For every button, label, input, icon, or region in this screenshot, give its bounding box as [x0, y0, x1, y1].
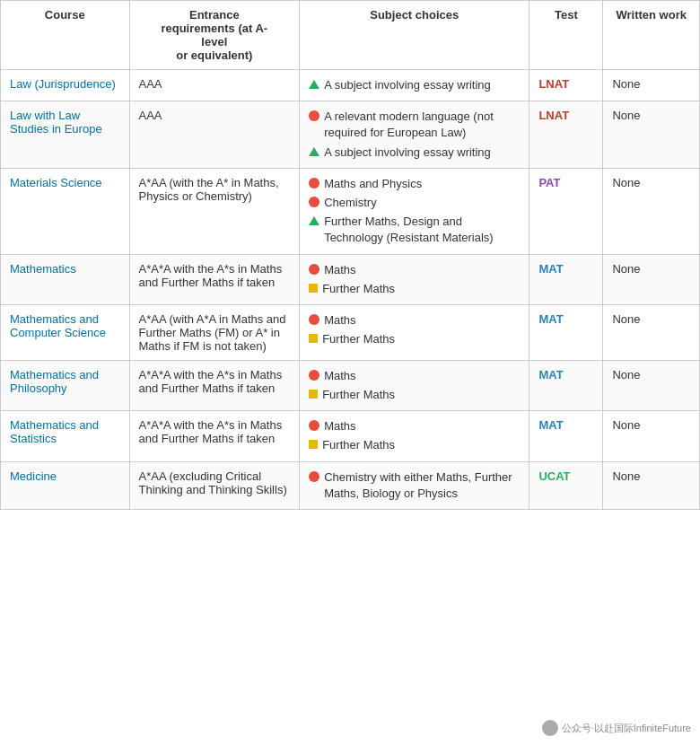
bullet-triangle-icon: [309, 80, 319, 89]
written-work-cell: None: [603, 70, 700, 101]
written-work-cell: None: [603, 360, 700, 410]
bullet-required-icon: [309, 197, 319, 207]
header-subject: Subject choices: [300, 1, 529, 70]
subject-item: Further Maths: [309, 281, 520, 297]
subject-item: Maths and Physics: [309, 176, 520, 192]
table-row: MathematicsA*A*A with the A*s in Maths a…: [1, 254, 700, 304]
subject-text: Further Maths: [322, 331, 395, 347]
subject-text: Maths: [324, 418, 355, 434]
subject-item: Further Maths, Design and Technology (Re…: [309, 214, 520, 246]
subject-choices: MathsFurther Maths: [300, 304, 529, 360]
subject-text: A relevant modern language (not required…: [324, 109, 520, 141]
test-cell: MAT: [529, 360, 603, 410]
course-link[interactable]: Mathematics and Computer Science: [10, 312, 106, 339]
subject-choices: MathsFurther Maths: [300, 411, 529, 461]
subject-choices: MathsFurther Maths: [300, 360, 529, 410]
entrance-requirements: A*A*A with the A*s in Maths and Further …: [129, 254, 300, 304]
course-link[interactable]: Mathematics and Statistics: [10, 418, 99, 445]
test-badge: LNAT: [538, 109, 569, 122]
entrance-requirements: A*A*A with the A*s in Maths and Further …: [129, 360, 300, 410]
test-badge: MAT: [538, 368, 563, 381]
course-link[interactable]: Law (Jurisprudence): [10, 77, 116, 91]
written-work-cell: None: [603, 411, 700, 461]
subject-item: Maths: [309, 368, 520, 384]
written-work-cell: None: [603, 101, 700, 169]
subject-text: Further Maths: [322, 437, 395, 453]
subject-text: Maths and Physics: [324, 176, 422, 192]
test-cell: MAT: [529, 254, 603, 304]
bullet-optional-icon: [309, 284, 318, 293]
table-header-row: Course Entrancerequirements (at A-levelo…: [1, 1, 700, 70]
table-row: Law (Jurisprudence)AAAA subject involvin…: [1, 70, 700, 101]
subject-text: Chemistry: [324, 195, 377, 211]
test-cell: UCAT: [529, 461, 603, 509]
test-cell: MAT: [529, 411, 603, 461]
course-link[interactable]: Medicine: [10, 469, 57, 483]
table-row: Mathematics and PhilosophyA*A*A with the…: [1, 360, 700, 410]
test-cell: MAT: [529, 304, 603, 360]
bullet-required-icon: [309, 178, 319, 188]
subject-text: Chemistry with either Maths, Further Mat…: [324, 469, 520, 502]
subject-choices: Maths and PhysicsChemistryFurther Maths,…: [300, 168, 529, 254]
bullet-required-icon: [309, 110, 319, 121]
subject-item: Further Maths: [309, 331, 520, 347]
subject-item: Further Maths: [309, 437, 520, 453]
bullet-optional-icon: [309, 440, 318, 449]
entrance-requirements: A*AA (excluding Critical Thinking and Th…: [129, 461, 300, 509]
subject-text: A subject involving essay writing: [324, 77, 491, 93]
test-badge: LNAT: [538, 77, 569, 91]
test-cell: LNAT: [529, 70, 603, 101]
subject-item: Further Maths: [309, 387, 520, 403]
subject-item: A subject involving essay writing: [309, 77, 520, 93]
subject-choices: MathsFurther Maths: [300, 254, 529, 304]
bullet-required-icon: [309, 264, 319, 275]
test-badge: UCAT: [538, 469, 570, 483]
subject-item: A relevant modern language (not required…: [309, 109, 520, 141]
subject-text: Further Maths: [322, 387, 395, 403]
table-row: Mathematics and Computer ScienceA*AA (wi…: [1, 304, 700, 360]
subject-choices: A relevant modern language (not required…: [300, 101, 529, 169]
written-work-cell: None: [603, 254, 700, 304]
header-course: Course: [1, 1, 130, 70]
test-cell: LNAT: [529, 101, 603, 169]
subject-item: Maths: [309, 312, 520, 329]
subject-text: Further Maths, Design and Technology (Re…: [324, 214, 520, 246]
written-work-cell: None: [603, 304, 700, 360]
subject-item: Maths: [309, 418, 520, 434]
subject-text: Maths: [324, 312, 355, 329]
subject-item: A subject involving essay writing: [309, 145, 520, 161]
table-row: Law with Law Studies in EuropeAAAA relev…: [1, 101, 700, 169]
test-badge: PAT: [538, 176, 560, 189]
header-test: Test: [529, 1, 603, 70]
bullet-triangle-icon: [309, 216, 319, 225]
subject-item: Maths: [309, 262, 520, 278]
table-row: MedicineA*AA (excluding Critical Thinkin…: [1, 461, 700, 509]
subject-item: Chemistry: [309, 195, 520, 211]
test-badge: MAT: [538, 312, 563, 326]
table-row: Mathematics and StatisticsA*A*A with the…: [1, 411, 700, 461]
subject-item: Chemistry with either Maths, Further Mat…: [309, 469, 520, 502]
subject-choices: Chemistry with either Maths, Further Mat…: [300, 461, 529, 509]
written-work-cell: None: [603, 168, 700, 254]
subject-text: Maths: [324, 368, 355, 384]
bullet-optional-icon: [309, 390, 318, 399]
main-table: Course Entrancerequirements (at A-levelo…: [0, 0, 700, 510]
course-link[interactable]: Mathematics and Philosophy: [10, 368, 99, 395]
subject-text: A subject involving essay writing: [324, 145, 491, 161]
subject-choices: A subject involving essay writing: [300, 70, 529, 101]
course-link[interactable]: Materials Science: [10, 176, 102, 189]
bullet-triangle-icon: [309, 147, 319, 156]
test-badge: MAT: [538, 418, 563, 432]
entrance-requirements: A*AA (with A*A in Maths and Further Math…: [129, 304, 300, 360]
bullet-required-icon: [309, 471, 319, 482]
bullet-required-icon: [309, 314, 319, 325]
test-cell: PAT: [529, 168, 603, 254]
header-written: Written work: [603, 1, 700, 70]
bullet-optional-icon: [309, 334, 318, 343]
course-link[interactable]: Law with Law Studies in Europe: [10, 109, 102, 136]
subject-text: Maths: [324, 262, 355, 278]
header-entrance: Entrancerequirements (at A-levelor equiv…: [129, 1, 300, 70]
entrance-requirements: AAA: [129, 70, 300, 101]
bullet-required-icon: [309, 370, 319, 381]
course-link[interactable]: Mathematics: [10, 262, 76, 276]
